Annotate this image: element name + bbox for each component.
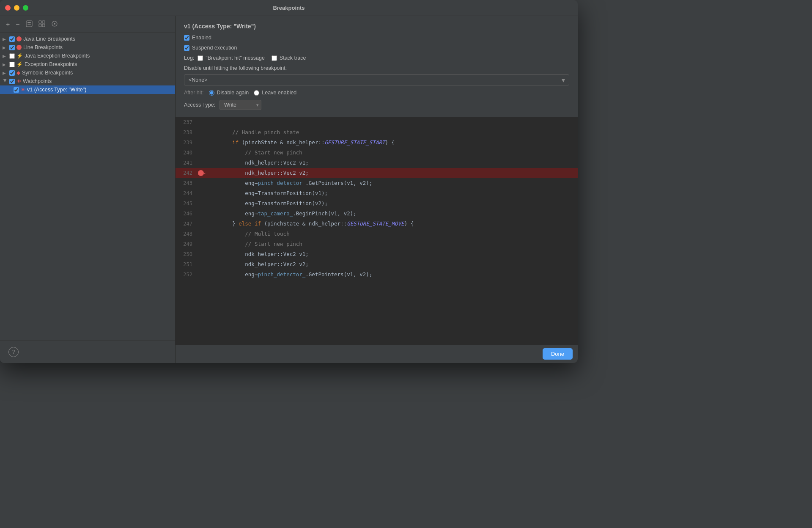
code-area[interactable]: 237238 // Handle pinch state239 if (pinc… <box>176 117 578 344</box>
bp-watchpoints-checkbox[interactable] <box>9 79 15 84</box>
svg-rect-5 <box>39 24 41 27</box>
code-line-245: 245 eng→TransformPosition(v2); <box>176 198 578 209</box>
code-content: if (pinchState & ndk_helper::GESTURE_STA… <box>205 138 578 148</box>
settings-title: v1 (Access Type: "Write") <box>184 23 569 30</box>
lightning-icon: ⚡ <box>16 53 23 58</box>
access-type-select[interactable]: Write Read Read/Write <box>219 100 261 110</box>
close-button[interactable] <box>5 5 11 11</box>
gutter <box>197 138 205 148</box>
bp-group-exception: ▶ ⚡ Exception Breakpoints <box>0 60 175 69</box>
chevron-right-icon: ▶ <box>3 62 8 67</box>
code-line-251: 251 ndk_helper::Vec2 v2; <box>176 259 578 270</box>
line-number: 237 <box>176 117 197 127</box>
log-breakpoint-label[interactable]: "Breakpoint hit" message <box>198 55 265 61</box>
bp-group-line-label: Line Breakpoints <box>23 44 63 50</box>
svg-point-8 <box>54 23 55 25</box>
bp-group-java-line-label: Java Line Breakpoints <box>23 36 75 42</box>
bp-group-line: ▶ Line Breakpoints <box>0 43 175 52</box>
svg-rect-4 <box>42 21 45 23</box>
code-content: ndk_helper::Vec2 v1; <box>205 158 578 168</box>
disable-until-select[interactable]: <None> <box>184 74 569 85</box>
leave-enabled-radio[interactable] <box>254 90 259 96</box>
code-content: eng→tap_camera_.BeginPinch(v1, v2); <box>205 209 578 219</box>
gutter <box>197 219 205 229</box>
bp-java-exception-checkbox[interactable] <box>9 53 15 59</box>
code-content: // Start new pinch <box>205 239 578 249</box>
diamond-icon: ◆ <box>16 70 20 75</box>
disable-again-radio-label[interactable]: Disable again <box>209 90 249 96</box>
toolbar-btn4[interactable] <box>37 19 47 29</box>
bp-java-line-checkbox[interactable] <box>9 36 15 42</box>
line-number: 241 <box>176 158 197 168</box>
disable-again-radio[interactable] <box>209 90 214 96</box>
line-number: 252 <box>176 270 197 280</box>
toolbar-btn3[interactable] <box>24 19 34 29</box>
code-line-249: 249 // Start new pinch <box>176 239 578 249</box>
gutter <box>197 229 205 239</box>
bp-group-java-line: ▶ Java Line Breakpoints <box>0 35 175 43</box>
gutter <box>197 239 205 249</box>
bp-line-checkbox[interactable] <box>9 45 15 50</box>
maximize-button[interactable] <box>23 5 28 11</box>
gutter <box>197 127 205 138</box>
bp-group-java-exception-header[interactable]: ▶ ⚡ Java Exception Breakpoints <box>0 52 175 60</box>
line-number: 249 <box>176 239 197 249</box>
code-content: } else if (pinchState & ndk_helper::GEST… <box>205 219 578 229</box>
gutter <box>197 158 205 168</box>
access-type-row: Access Type: Write Read Read/Write <box>184 100 569 110</box>
code-line-240: 240 // Start new pinch <box>176 148 578 158</box>
line-number: 248 <box>176 229 197 239</box>
line-number: 250 <box>176 249 197 259</box>
gutter <box>197 117 205 127</box>
log-stacktrace-checkbox[interactable] <box>272 55 277 61</box>
watchpoint-item[interactable]: 👁 v1 (Access Type: "Write") <box>0 85 175 94</box>
minimize-button[interactable] <box>14 5 19 11</box>
window-controls[interactable] <box>5 5 28 11</box>
log-stacktrace-label[interactable]: Stack trace <box>272 55 306 61</box>
done-button[interactable]: Done <box>543 348 573 360</box>
gutter <box>197 270 205 280</box>
code-line-244: 244 eng→TransformPosition(v1); <box>176 188 578 198</box>
bp-group-watchpoints-label: Watchpoints <box>23 78 52 84</box>
code-content: eng→pinch_detector_.GetPointers(v1, v2); <box>205 178 578 188</box>
code-content: eng→TransformPosition(v2); <box>205 198 578 209</box>
gutter <box>197 178 205 188</box>
enabled-checkbox[interactable] <box>184 35 189 41</box>
bp-group-exception-header[interactable]: ▶ ⚡ Exception Breakpoints <box>0 60 175 69</box>
bp-group-line-header[interactable]: ▶ Line Breakpoints <box>0 43 175 52</box>
help-button[interactable]: ? <box>8 347 19 357</box>
line-number: 247 <box>176 219 197 229</box>
code-line-241: 241 ndk_helper::Vec2 v1; <box>176 158 578 168</box>
code-line-243: 243 eng→pinch_detector_.GetPointers(v1, … <box>176 178 578 188</box>
eye-icon: 👁 <box>16 79 21 84</box>
svg-rect-6 <box>42 24 45 27</box>
watchpoint-breakpoint-icon <box>198 170 204 176</box>
gutter <box>197 148 205 158</box>
bp-group-symbolic: ▶ ◆ Symbolic Breakpoints <box>0 69 175 77</box>
bp-group-symbolic-header[interactable]: ▶ ◆ Symbolic Breakpoints <box>0 69 175 77</box>
bp-exception-checkbox[interactable] <box>9 62 15 67</box>
code-content <box>205 117 578 127</box>
main-layout: + − ▶ Java Line Breakpoints <box>0 16 578 363</box>
code-line-250: 250 ndk_helper::Vec2 v1; <box>176 249 578 259</box>
bp-group-watchpoints-header[interactable]: ▶ 👁 Watchpoints <box>0 77 175 85</box>
log-label: Log: <box>184 55 194 61</box>
remove-breakpoint-button[interactable]: − <box>14 20 21 29</box>
code-line-237: 237 <box>176 117 578 127</box>
bp-symbolic-checkbox[interactable] <box>9 70 15 76</box>
help-icon: ? <box>12 349 15 355</box>
enabled-label[interactable]: Enabled <box>184 35 211 41</box>
watchpoint-item-checkbox[interactable] <box>14 87 19 93</box>
breakpoint-list: ▶ Java Line Breakpoints ▶ Line Breakpoin… <box>0 33 175 341</box>
title-bar: Breakpoints <box>0 0 578 16</box>
log-breakpoint-checkbox[interactable] <box>198 55 203 61</box>
leave-enabled-radio-label[interactable]: Leave enabled <box>254 90 296 96</box>
add-breakpoint-button[interactable]: + <box>4 20 11 29</box>
line-number: 251 <box>176 259 197 270</box>
bp-group-watchpoints: ▶ 👁 Watchpoints 👁 v1 (Access Type: "Writ… <box>0 77 175 94</box>
toolbar-btn5[interactable] <box>49 19 60 29</box>
code-content: eng→TransformPosition(v1); <box>205 188 578 198</box>
suspend-label[interactable]: Suspend execution <box>184 45 237 51</box>
suspend-checkbox[interactable] <box>184 45 189 51</box>
bp-group-java-line-header[interactable]: ▶ Java Line Breakpoints <box>0 35 175 43</box>
